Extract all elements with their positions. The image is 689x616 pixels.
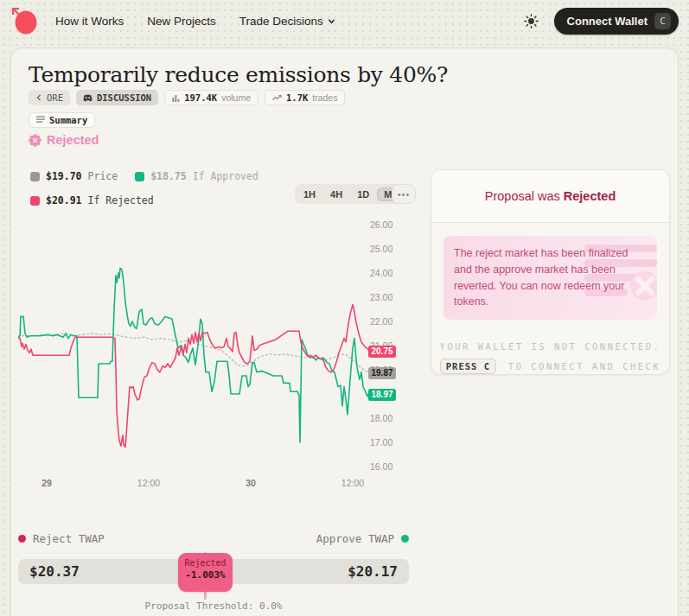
page-title: Temporarily reduce emissions by 40%? <box>29 62 448 87</box>
result-title-status: Rejected <box>564 189 616 203</box>
reject-twap-value: $20.37 <box>29 563 80 580</box>
x-tick-label: 29 <box>41 478 52 488</box>
tab-summary[interactable]: Summary <box>29 112 95 128</box>
status-label: Rejected <box>47 133 99 147</box>
wallet-note-line2: PRESS C TO CONNECT AND CHECK <box>431 357 669 375</box>
bar-chart-icon <box>172 94 180 102</box>
volume-badge: 197.4K volume <box>164 90 258 105</box>
rejected-seal-icon <box>29 134 41 147</box>
proposal-threshold-label: Proposal Threshold: 0.0% <box>18 600 409 612</box>
y-tick-label: 22.00 <box>370 316 408 327</box>
reject-twap-label: Reject TWAP <box>33 532 105 545</box>
chart-legend-row-1: $19.70 Price $18.75 If Approved <box>30 170 258 182</box>
chart-legend-row-2: $20.91 If Rejected <box>30 194 154 206</box>
redeem-alert: The reject market has been finalized and… <box>443 236 657 320</box>
nav-new-projects-label: New Projects <box>147 15 216 28</box>
x-tick-label: 12:00 <box>341 478 364 488</box>
connect-wallet-key-hint: C <box>654 13 671 29</box>
range-button-1d[interactable]: 1D <box>350 187 376 201</box>
volume-value: 197.4K <box>184 92 217 103</box>
reject-dot-icon <box>18 535 26 543</box>
wallet-note-line2-text: TO CONNECT AND CHECK <box>508 361 660 372</box>
legend-swatch <box>30 196 40 206</box>
redeem-alert-text: The reject market has been finalized and… <box>454 245 644 310</box>
price-chart[interactable] <box>18 217 373 478</box>
legend-item-price[interactable]: $19.70 Price <box>30 170 118 182</box>
y-tick-label: 24.00 <box>370 268 408 278</box>
x-axis: 2912:003012:00 <box>18 478 407 492</box>
y-tick-label: 23.00 <box>370 292 408 302</box>
twap-badge-delta: -1.003% <box>178 569 233 581</box>
trades-label: trades <box>312 92 337 103</box>
chevron-left-icon <box>35 94 42 101</box>
legend-swatch <box>135 172 144 181</box>
chevron-down-icon <box>328 17 335 25</box>
nav-trade-decisions[interactable]: Trade Decisions <box>239 15 335 28</box>
top-nav: How it Works New Projects Trade Decision… <box>0 0 689 41</box>
approve-dot-icon <box>401 535 409 543</box>
nav-new-projects[interactable]: New Projects <box>147 15 216 28</box>
summary-tab-label: Summary <box>49 115 87 125</box>
sun-icon <box>524 14 539 29</box>
approve-twap-value: $20.17 <box>348 563 398 580</box>
legend-approved-label: If Approved <box>193 170 258 182</box>
result-title-prefix: Proposal was <box>485 189 560 203</box>
discussion-badge[interactable]: DISCUSSION <box>76 90 158 105</box>
chart-more-button[interactable]: ••• <box>392 184 416 204</box>
list-icon <box>36 116 45 124</box>
connect-wallet-label: Connect Wallet <box>567 15 648 28</box>
approve-twap-label-group: Approve TWAP <box>316 532 409 545</box>
last-price-tag: 19.87 <box>368 367 396 379</box>
chart-area: 26.0025.0024.0023.0022.0021.0020.0019.00… <box>18 217 416 478</box>
press-c-key-hint[interactable]: PRESS C <box>440 359 496 374</box>
wallet-status-note: YOUR WALLET IS NOT CONNECTED. PRESS C TO… <box>431 337 669 375</box>
nav-how-it-works[interactable]: How it Works <box>55 15 124 28</box>
legend-rejected-value: $20.91 <box>46 194 82 206</box>
legend-price-value: $19.70 <box>46 170 82 182</box>
dao-tag-label: ORE <box>47 92 63 103</box>
badge-row: ORE DISCUSSION 197.4K volume 1.7K trades <box>29 90 345 105</box>
twap-badge-status: Rejected <box>178 558 233 568</box>
y-tick-label: 26.00 <box>370 219 408 230</box>
nav-links: How it Works New Projects Trade Decision… <box>55 15 335 28</box>
nav-how-it-works-label: How it Works <box>55 15 124 28</box>
volume-label: volume <box>221 92 251 103</box>
x-tick-label: 12:00 <box>137 478 160 488</box>
trend-icon <box>272 94 282 102</box>
legend-price-label: Price <box>88 170 118 182</box>
theme-toggle-button[interactable] <box>520 9 544 33</box>
approve-twap-label: Approve TWAP <box>316 532 394 545</box>
legend-item-if-approved[interactable]: $18.75 If Approved <box>135 170 258 182</box>
y-tick-label: 17.00 <box>370 437 408 448</box>
legend-rejected-label: If Rejected <box>88 194 154 206</box>
x-tick-label: 30 <box>246 478 256 488</box>
y-tick-label: 16.00 <box>370 461 408 472</box>
twap-result-badge: Rejected -1.003% <box>178 553 233 592</box>
last-price-tag: 18.97 <box>368 389 396 401</box>
result-panel: Proposal was Rejected The reject market … <box>431 169 670 375</box>
summary-row: Summary <box>29 111 95 128</box>
trades-value: 1.7K <box>286 92 308 103</box>
y-tick-label: 25.00 <box>370 244 408 254</box>
reject-twap-label-group: Reject TWAP <box>18 532 105 545</box>
nav-trade-decisions-label: Trade Decisions <box>239 15 323 28</box>
connect-wallet-button[interactable]: Connect Wallet C <box>554 8 679 35</box>
app-logo-icon[interactable] <box>10 6 40 35</box>
status-badge: Rejected <box>29 133 99 147</box>
legend-approved-value: $18.75 <box>150 170 187 182</box>
range-button-1h[interactable]: 1H <box>297 187 322 201</box>
wallet-note-line1: YOUR WALLET IS NOT CONNECTED. <box>431 337 669 357</box>
twap-labels-row: Reject TWAP Approve TWAP <box>18 532 409 545</box>
discord-icon <box>83 94 93 102</box>
legend-swatch <box>30 172 40 181</box>
y-tick-label: 18.00 <box>370 413 408 423</box>
last-price-tag: 20.75 <box>368 346 396 358</box>
trades-badge: 1.7K trades <box>265 90 345 105</box>
range-button-4h[interactable]: 4H <box>323 187 349 201</box>
legend-item-if-rejected[interactable]: $20.91 If Rejected <box>30 194 154 206</box>
dao-tag-badge[interactable]: ORE <box>29 90 70 105</box>
discussion-label: DISCUSSION <box>97 92 151 103</box>
proposal-card: Temporarily reduce emissions by 40%? ORE… <box>10 48 679 616</box>
result-panel-title: Proposal was Rejected <box>431 170 669 223</box>
